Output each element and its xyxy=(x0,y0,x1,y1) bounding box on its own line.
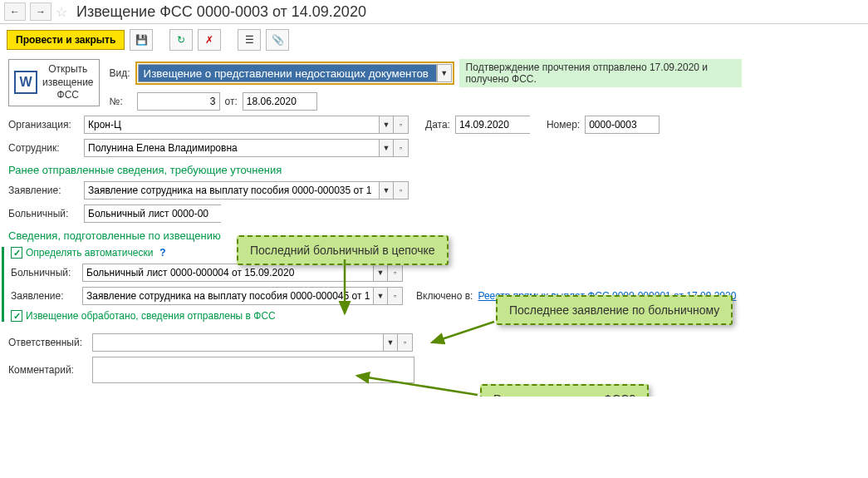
employee-dropdown-button[interactable]: ▼ xyxy=(379,139,394,157)
refresh-icon: ↻ xyxy=(177,34,185,46)
list-icon: ☰ xyxy=(245,34,254,46)
included-label: Включено в: xyxy=(416,290,473,302)
processed-checkbox[interactable]: ✓ xyxy=(11,310,22,322)
employee-open-button[interactable]: ▫ xyxy=(394,139,409,157)
confirmation-notice: Подтверждение прочтения отправлено 17.09… xyxy=(459,59,742,87)
save-icon: 💾 xyxy=(135,34,148,46)
date-input[interactable] xyxy=(455,116,530,134)
auto-detect-label: Определять автоматически xyxy=(26,247,153,259)
vid-label: Вид: xyxy=(110,67,130,79)
num-from-label: от: xyxy=(225,96,238,107)
org-open-button[interactable]: ▫ xyxy=(394,116,409,134)
arrow-icon xyxy=(332,259,357,322)
paperclip-icon: 📎 xyxy=(272,34,284,46)
app1-label: Заявление: xyxy=(8,185,79,196)
cancel-post-button[interactable]: ✗ xyxy=(198,29,221,51)
post-and-close-button[interactable]: Провести и закрыть xyxy=(7,30,125,50)
app2-open-button[interactable]: ▫ xyxy=(388,287,403,305)
num-from-input[interactable] xyxy=(243,92,317,111)
responsible-input[interactable] xyxy=(92,333,383,352)
callout-last-app: Последнее заявление по больничному xyxy=(496,295,733,325)
responsible-label: Ответственный: xyxy=(8,337,87,348)
sick2-dropdown-button[interactable]: ▼ xyxy=(373,264,388,282)
svg-line-1 xyxy=(432,322,494,342)
sick2-input[interactable] xyxy=(82,264,373,282)
app1-dropdown-button[interactable]: ▼ xyxy=(379,181,394,200)
page-title: Извещение ФСС 0000-0003 от 14.09.2020 xyxy=(76,3,366,21)
employee-input[interactable] xyxy=(84,139,379,157)
vid-dropdown-button[interactable]: ▼ xyxy=(437,64,452,82)
responsible-dropdown-button[interactable]: ▼ xyxy=(383,333,398,352)
nav-forward-button[interactable]: → xyxy=(30,2,51,21)
sick2-open-button[interactable]: ▫ xyxy=(388,264,403,282)
nav-back-button[interactable]: ← xyxy=(4,2,26,21)
open-notice-word-button[interactable]: W Открыть извещение ФСС xyxy=(8,59,100,106)
responsible-open-button[interactable]: ▫ xyxy=(398,333,413,352)
number-input[interactable] xyxy=(585,116,660,134)
num-input[interactable] xyxy=(137,92,220,111)
app1-open-button[interactable]: ▫ xyxy=(394,181,409,200)
arrow-icon xyxy=(349,372,482,397)
org-input[interactable] xyxy=(84,116,379,134)
app2-dropdown-button[interactable]: ▼ xyxy=(373,287,388,305)
org-dropdown-button[interactable]: ▼ xyxy=(379,116,394,134)
employee-label: Сотрудник: xyxy=(8,142,79,154)
processed-label: Извещение обработано, сведения отправлен… xyxy=(26,310,276,322)
list-button[interactable]: ☰ xyxy=(238,29,261,51)
open-notice-label: Открыть извещение ФСС xyxy=(42,63,94,102)
sick1-input[interactable] xyxy=(84,205,221,223)
callout-registry-sent: Реестр отправлен в ФСС? xyxy=(480,384,649,397)
word-icon: W xyxy=(14,71,37,94)
refresh-button[interactable]: ↻ xyxy=(169,29,193,51)
svg-line-2 xyxy=(357,376,478,395)
app2-input[interactable] xyxy=(82,287,373,305)
help-icon[interactable]: ? xyxy=(159,247,165,259)
attach-button[interactable]: 📎 xyxy=(266,29,289,51)
app1-input[interactable] xyxy=(84,181,379,200)
app2-label: Заявление: xyxy=(11,290,77,302)
sick1-label: Больничный: xyxy=(8,208,79,219)
cancel-icon: ✗ xyxy=(205,34,213,46)
org-label: Организация: xyxy=(8,119,79,131)
comment-label: Комментарий: xyxy=(8,364,87,376)
vid-input[interactable] xyxy=(138,64,437,82)
section1-header: Ранее отправленные сведения, требующие у… xyxy=(8,164,860,176)
date-label: Дата: xyxy=(425,119,450,131)
favorite-star-icon[interactable]: ☆ xyxy=(56,4,67,20)
num-label: №: xyxy=(110,96,132,107)
save-button[interactable]: 💾 xyxy=(130,29,153,51)
arrow-icon xyxy=(424,318,498,351)
number-label: Номер: xyxy=(547,119,580,131)
auto-detect-checkbox[interactable]: ✓ xyxy=(11,247,22,259)
sick2-label: Больничный: xyxy=(11,267,77,278)
